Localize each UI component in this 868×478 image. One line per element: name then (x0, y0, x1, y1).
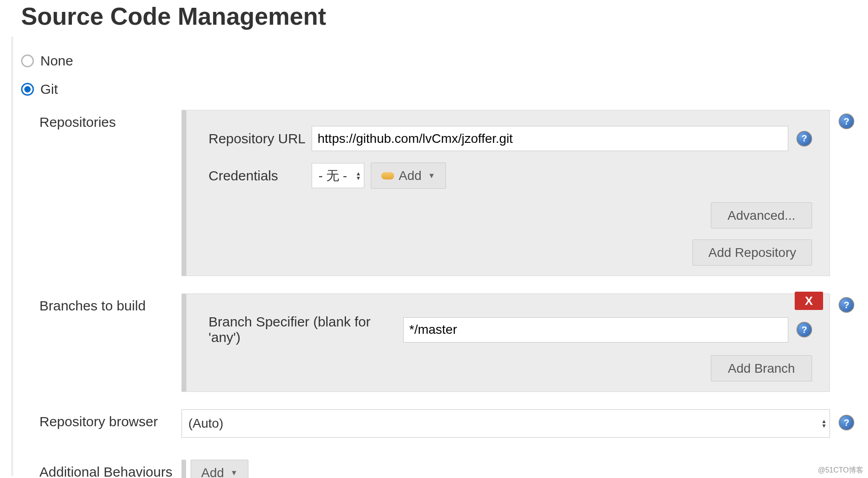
advanced-button[interactable]: Advanced... (711, 202, 812, 228)
scm-option-label: None (40, 53, 73, 69)
caret-down-icon: ▼ (231, 469, 238, 477)
add-repository-button[interactable]: Add Repository (692, 239, 812, 266)
branches-label: Branches to build (39, 293, 181, 314)
scm-option-label: Git (40, 81, 58, 97)
drag-handle[interactable] (181, 460, 186, 478)
section-heading: Source Code Management (21, 0, 868, 30)
repo-browser-selected-value: (Auto) (188, 416, 223, 431)
branch-group: X Branch Specifier (blank for 'any') ? A… (186, 293, 830, 392)
select-arrows-icon: ▲▼ (821, 419, 827, 428)
help-icon[interactable]: ? (797, 322, 812, 337)
behaviours-label: Additional Behaviours (39, 460, 181, 478)
repo-browser-select[interactable]: (Auto) ▲▼ (181, 409, 830, 438)
button-label: Add Branch (728, 361, 795, 376)
radio-icon (21, 54, 34, 67)
repo-url-input[interactable] (312, 126, 788, 151)
add-branch-button[interactable]: Add Branch (711, 355, 812, 381)
button-label: Advanced... (728, 208, 796, 223)
drag-handle[interactable] (181, 293, 186, 392)
add-behaviour-button[interactable]: Add ▼ (191, 460, 248, 478)
button-label: Add (399, 168, 422, 183)
scm-option-none[interactable]: None (21, 53, 868, 69)
radio-icon (21, 83, 34, 96)
help-icon[interactable]: ? (839, 114, 854, 129)
branch-specifier-label: Branch Specifier (blank for 'any') (209, 314, 403, 345)
credentials-select[interactable]: - 无 - ▲▼ (312, 163, 364, 188)
repository-group: Repository URL ? Credentials - 无 - ▲▼ Ad… (186, 110, 830, 276)
repositories-label: Repositories (39, 110, 181, 130)
scm-option-git[interactable]: Git (21, 81, 868, 97)
watermark: @51CTO博客 (818, 466, 863, 475)
caret-down-icon: ▼ (428, 172, 435, 180)
help-icon[interactable]: ? (797, 131, 812, 147)
delete-branch-button[interactable]: X (795, 292, 823, 310)
drag-handle[interactable] (181, 110, 186, 276)
credentials-selected-value: - 无 - (319, 167, 347, 185)
help-icon[interactable]: ? (839, 415, 854, 430)
help-icon[interactable]: ? (839, 297, 854, 313)
add-credentials-button[interactable]: Add ▼ (371, 163, 446, 189)
repo-url-label: Repository URL (209, 131, 312, 147)
branch-specifier-input[interactable] (403, 317, 788, 342)
button-label: Add Repository (709, 245, 796, 260)
button-label: Add (201, 466, 224, 478)
select-arrows-icon: ▲▼ (356, 171, 361, 180)
credentials-label: Credentials (209, 168, 312, 184)
left-indent-rule (11, 37, 13, 476)
scm-radio-group: None Git (21, 53, 868, 97)
repo-browser-label: Repository browser (39, 409, 181, 429)
